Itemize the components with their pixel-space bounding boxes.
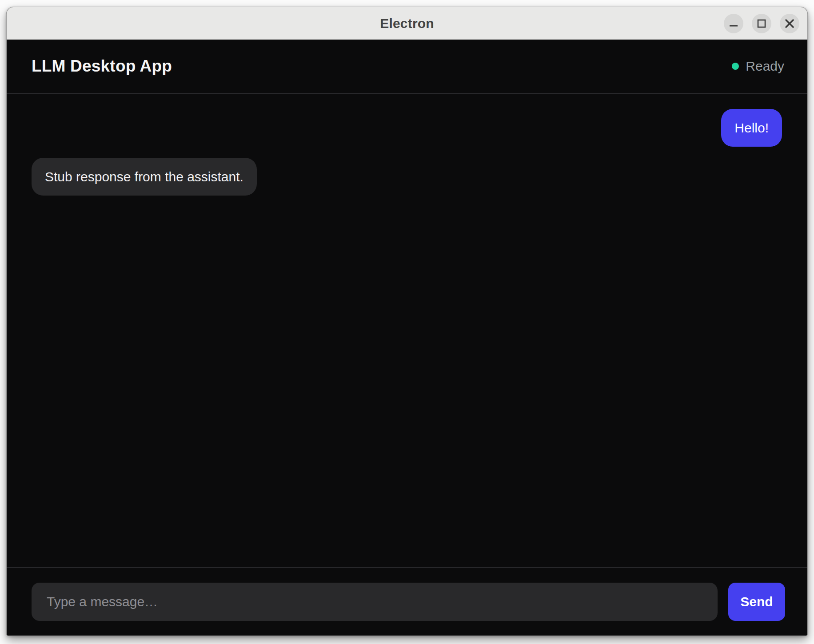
composer-bar: Send	[7, 567, 807, 636]
close-icon	[780, 14, 799, 33]
maximize-icon	[752, 14, 771, 33]
chat-message-user: Hello!	[721, 109, 782, 147]
maximize-button[interactable]	[752, 14, 771, 33]
chat-message-list: Hello! Stub response from the assistant.	[7, 94, 807, 567]
minimize-icon	[724, 14, 743, 33]
window-title: Electron	[380, 16, 434, 31]
window-controls	[724, 7, 799, 40]
close-button[interactable]	[780, 14, 799, 33]
status-dot-icon	[732, 63, 739, 70]
minimize-button[interactable]	[724, 14, 743, 33]
app-window: Electron	[6, 7, 808, 636]
page-title: LLM Desktop App	[32, 57, 172, 76]
app-header: LLM Desktop App Ready	[7, 40, 807, 94]
status-label: Ready	[746, 59, 784, 74]
app-content: LLM Desktop App Ready Hello! Stub respon…	[7, 40, 807, 636]
message-input[interactable]	[32, 583, 718, 621]
status-badge: Ready	[732, 59, 784, 74]
send-button[interactable]: Send	[728, 583, 785, 621]
chat-message-assistant: Stub response from the assistant.	[32, 158, 257, 196]
titlebar: Electron	[7, 7, 807, 40]
